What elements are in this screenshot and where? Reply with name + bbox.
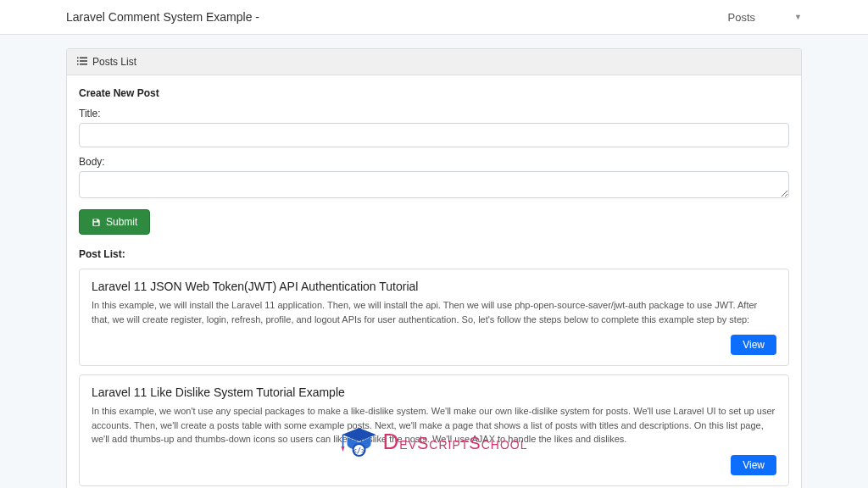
body-label: Body: xyxy=(79,156,789,168)
post-actions: View xyxy=(92,335,776,355)
post-card: Laravel 11 Like Dislike System Tutorial … xyxy=(79,374,789,486)
chevron-down-icon: ▼ xyxy=(794,13,802,21)
body-textarea[interactable] xyxy=(79,171,789,198)
main-container: Posts List Create New Post Title: Body: … xyxy=(53,48,815,488)
post-title: Laravel 11 Like Dislike System Tutorial … xyxy=(92,385,776,399)
card-header-label: Posts List xyxy=(92,56,136,68)
posts-dropdown-label: Posts xyxy=(728,11,756,24)
submit-button[interactable]: Submit xyxy=(79,209,150,235)
title-label: Title: xyxy=(79,108,789,119)
svg-rect-5 xyxy=(80,64,87,65)
svg-rect-4 xyxy=(77,64,79,65)
svg-rect-2 xyxy=(77,60,79,62)
post-card: Laravel 11 JSON Web Token(JWT) API Authe… xyxy=(79,269,789,366)
svg-rect-0 xyxy=(77,58,79,59)
posts-card: Posts List Create New Post Title: Body: … xyxy=(66,48,802,488)
post-list-heading: Post List: xyxy=(79,248,789,260)
svg-rect-1 xyxy=(80,58,87,59)
card-body: Create New Post Title: Body: Submit Post… xyxy=(67,75,801,488)
navbar: Laravel Comment System Example - Posts ▼ xyxy=(0,0,868,35)
create-post-heading: Create New Post xyxy=(79,87,789,99)
post-body: In this example, we won't use any specia… xyxy=(92,404,776,446)
view-button[interactable]: View xyxy=(731,455,776,475)
view-button[interactable]: View xyxy=(731,335,776,355)
list-icon xyxy=(77,56,87,68)
submit-button-label: Submit xyxy=(106,216,137,228)
post-title: Laravel 11 JSON Web Token(JWT) API Authe… xyxy=(92,280,776,293)
svg-rect-3 xyxy=(80,60,87,62)
post-body: In this example, we will install the Lar… xyxy=(92,298,776,326)
title-input[interactable] xyxy=(79,123,789,147)
brand-title: Laravel Comment System Example - xyxy=(66,10,259,24)
posts-dropdown[interactable]: Posts ▼ xyxy=(728,11,802,24)
post-list: Laravel 11 JSON Web Token(JWT) API Authe… xyxy=(79,269,789,488)
card-header: Posts List xyxy=(67,49,801,75)
save-icon xyxy=(92,218,101,227)
post-actions: View xyxy=(92,455,776,475)
